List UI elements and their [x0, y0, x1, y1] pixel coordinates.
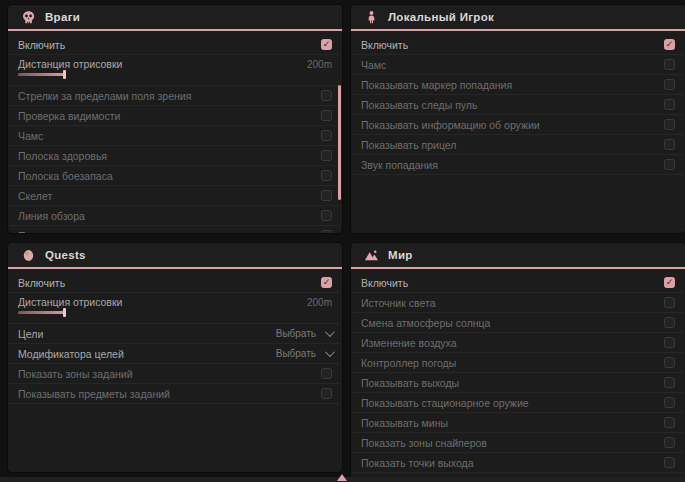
checkbox[interactable]: [321, 170, 332, 181]
checkbox[interactable]: [664, 377, 675, 388]
settings-list: Включить✓Дистанция отрисовки200mЦелиВыбр…: [8, 269, 342, 404]
checkbox[interactable]: [321, 368, 332, 379]
checkbox[interactable]: [664, 59, 675, 70]
setting-row: Включить✓: [9, 35, 341, 55]
panel-world-header[interactable]: Мир: [351, 243, 685, 269]
setting-label: Цели: [18, 328, 43, 340]
checkbox[interactable]: [664, 357, 675, 368]
dropdown-value: Выбрать: [276, 348, 316, 359]
checkbox[interactable]: [664, 159, 675, 170]
setting-label: Изменение воздуха: [361, 337, 457, 349]
checkbox[interactable]: [321, 90, 332, 101]
setting-row: Контроллер погоды: [352, 353, 684, 373]
setting-row: Включить✓: [352, 273, 684, 293]
quest-orb-icon: [21, 248, 36, 263]
checkbox[interactable]: [664, 119, 675, 130]
setting-label: Контроллер погоды: [361, 357, 456, 369]
setting-label: Показывать следы пуль: [18, 230, 134, 234]
checkbox[interactable]: [664, 79, 675, 90]
setting-label: Показывать информацию об оружии: [361, 119, 540, 131]
panel-world: Мир Включить✓Источник светаСмена атмосфе…: [351, 243, 685, 482]
setting-label: Показывать предметы заданий: [18, 388, 170, 400]
setting-label: Смена атмосферы солнца: [361, 317, 490, 329]
setting-label: Источник света: [361, 297, 435, 309]
player-icon: [364, 10, 379, 25]
checkbox[interactable]: [321, 190, 332, 201]
checkbox[interactable]: [664, 139, 675, 150]
setting-label: Включить: [361, 277, 408, 289]
setting-label: Показывать выходы: [361, 377, 459, 389]
slider-value: 200m: [307, 59, 332, 70]
checkbox[interactable]: [321, 230, 332, 233]
setting-row: Смена атмосферы солнца: [352, 313, 684, 333]
setting-label: Модификатора целей: [18, 348, 124, 360]
scrollbar[interactable]: [338, 85, 341, 200]
settings-list: Включить✓Дистанция отрисовки200mСтрелки …: [8, 31, 342, 233]
slider[interactable]: [18, 311, 64, 314]
checkbox[interactable]: [321, 150, 332, 161]
setting-row: Полоска здоровья: [9, 146, 341, 166]
settings-list: Включить✓ЧамсПоказывать маркер попадания…: [351, 31, 685, 175]
chevron-down-icon: [325, 347, 335, 357]
checkbox[interactable]: [321, 130, 332, 141]
panel-quests-header[interactable]: Quests: [8, 243, 342, 269]
panel-title: Враги: [45, 11, 80, 23]
checkbox[interactable]: [664, 317, 675, 328]
setting-label: Полоска здоровья: [18, 150, 107, 162]
setting-row: Дистанция отрисовки200m: [9, 55, 341, 86]
checkbox[interactable]: [321, 210, 332, 221]
chevron-down-icon: [325, 327, 335, 337]
setting-label: Показать зоны заданий: [18, 368, 133, 380]
checkbox[interactable]: [664, 297, 675, 308]
slider-handle[interactable]: [63, 308, 66, 317]
panel-title: Мир: [388, 249, 413, 261]
setting-row: Источник света: [352, 293, 684, 313]
setting-row: Показывать прицел: [352, 135, 684, 155]
setting-label: Показывать маркер попадания: [361, 79, 512, 91]
slider-value: 200m: [307, 297, 332, 308]
setting-row: Показать зоны заданий: [9, 364, 341, 384]
checkbox-checked[interactable]: ✓: [321, 277, 332, 288]
checkbox[interactable]: [664, 457, 675, 468]
dropdown[interactable]: Выбрать: [276, 328, 332, 339]
setting-row: Чамс: [9, 126, 341, 146]
setting-label: Проверка видимости: [18, 110, 120, 122]
checkbox[interactable]: [321, 388, 332, 399]
panel-title: Локальный Игрок: [388, 11, 494, 23]
setting-label: Дистанция отрисовки: [18, 296, 122, 308]
setting-row: Дистанция отрисовки200m: [9, 293, 341, 324]
checkbox[interactable]: [664, 397, 675, 408]
setting-row: Изменение воздуха: [352, 333, 684, 353]
slider[interactable]: [18, 73, 64, 76]
setting-row: ЦелиВыбрать: [9, 324, 341, 344]
setting-label: Чамс: [18, 130, 43, 142]
setting-label: Звук попадания: [361, 159, 438, 171]
dropdown-value: Выбрать: [276, 328, 316, 339]
slider-handle[interactable]: [63, 70, 66, 79]
setting-label: Полоска боезапаса: [18, 170, 113, 182]
setting-label: Показывать мины: [361, 417, 448, 429]
panel-enemies-header[interactable]: Враги: [8, 5, 342, 31]
setting-row: Показывать следы пуль: [352, 95, 684, 115]
setting-label: Включить: [361, 39, 408, 51]
settings-list: Включить✓Источник светаСмена атмосферы с…: [351, 269, 685, 473]
setting-label: Показывать прицел: [361, 139, 456, 151]
dropdown[interactable]: Выбрать: [276, 348, 332, 359]
setting-row: Скелет: [9, 186, 341, 206]
checkbox-checked[interactable]: ✓: [664, 39, 675, 50]
checkbox[interactable]: [664, 337, 675, 348]
checkbox[interactable]: [664, 99, 675, 110]
skull-icon: [21, 10, 36, 25]
checkbox[interactable]: [321, 110, 332, 121]
checkbox-checked[interactable]: ✓: [664, 277, 675, 288]
checkbox[interactable]: [664, 437, 675, 448]
checkbox-checked[interactable]: ✓: [321, 39, 332, 50]
setting-row: Чамс: [352, 55, 684, 75]
panel-local-player-header[interactable]: Локальный Игрок: [351, 5, 685, 31]
setting-label: Скелет: [18, 190, 52, 202]
checkbox[interactable]: [664, 417, 675, 428]
scroll-up-indicator[interactable]: [337, 474, 347, 481]
setting-label: Включить: [18, 277, 65, 289]
setting-label: Показать зоны снайперов: [361, 437, 487, 449]
setting-label: Включить: [18, 39, 65, 51]
